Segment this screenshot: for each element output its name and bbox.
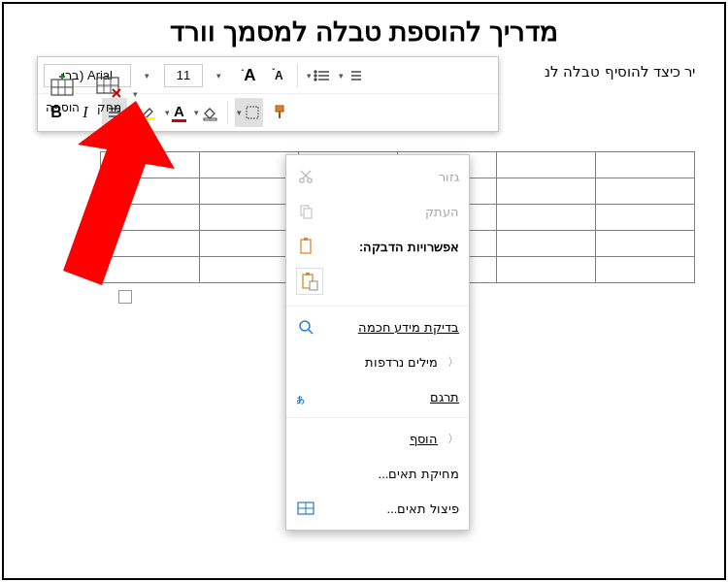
translate-icon: aあ: [296, 387, 315, 406]
delete-table-icon: [95, 74, 122, 99]
paste-option-1[interactable]: [296, 268, 323, 295]
menu-delete-cells[interactable]: מחיקת תאים...: [286, 456, 469, 491]
grow-font-button[interactable]: Aˆ: [236, 61, 261, 90]
svg-text:あ: あ: [297, 395, 305, 404]
menu-translate[interactable]: aあ תרגם: [286, 379, 469, 414]
svg-line-40: [309, 330, 313, 334]
svg-rect-19: [279, 112, 281, 118]
menu-split-cells[interactable]: פיצול תאים...: [286, 491, 469, 526]
svg-rect-17: [247, 107, 258, 118]
bullets-button[interactable]: ▾: [305, 61, 333, 90]
table-resize-handle[interactable]: [118, 290, 132, 304]
svg-rect-34: [301, 240, 311, 253]
svg-rect-38: [310, 281, 317, 290]
numbering-button[interactable]: 123 ▾: [337, 61, 365, 90]
blank-icon: [296, 429, 315, 448]
font-size-dropdown[interactable]: ▾: [207, 61, 232, 90]
svg-point-4: [314, 75, 316, 77]
insert-label: הוספה: [46, 101, 80, 114]
menu-insert[interactable]: הוסף 〈: [286, 421, 469, 456]
blank-icon: [296, 464, 315, 483]
document-title: מדריך להוספת טבלה למסמך וורד: [4, 16, 724, 48]
menu-paste-options-header: אפשרויות הדבקה:: [286, 229, 469, 264]
svg-point-5: [314, 79, 316, 81]
menu-smart-lookup[interactable]: בדיקת מידע חכמה: [286, 309, 469, 344]
svg-rect-18: [276, 106, 283, 112]
insert-table-icon: [50, 74, 77, 99]
svg-point-28: [300, 178, 304, 182]
chevron-left-icon: 〈: [447, 431, 459, 447]
svg-point-3: [314, 71, 316, 73]
delete-table-button[interactable]: מחק: [87, 61, 132, 127]
chevron-left-icon: 〈: [447, 354, 459, 371]
insert-table-button[interactable]: הוספה: [41, 61, 85, 127]
copy-icon: [296, 202, 315, 221]
svg-rect-15: [142, 117, 155, 120]
menu-synonyms[interactable]: מילים נרדפות 〈: [286, 344, 469, 379]
search-icon: [296, 317, 315, 337]
delete-label: מחק: [97, 101, 121, 114]
clipboard-icon: [296, 237, 315, 256]
font-color-button[interactable]: A ▾: [163, 98, 188, 127]
svg-point-29: [308, 178, 312, 182]
split-cells-icon: [296, 499, 315, 518]
context-menu: גזור העתק אפשרויות הדבקה: בדיקת מידע חכמ…: [285, 154, 470, 531]
font-size-input[interactable]: 11: [164, 64, 203, 87]
svg-rect-33: [304, 209, 312, 218]
svg-rect-16: [204, 118, 216, 120]
shrink-font-button[interactable]: Aˇ: [265, 61, 290, 90]
svg-rect-37: [306, 273, 310, 275]
shading-button[interactable]: ▾: [192, 98, 220, 127]
stack-dropdown[interactable]: ▾: [133, 89, 138, 99]
borders-button[interactable]: ▾: [235, 98, 263, 127]
svg-point-39: [300, 321, 310, 331]
scissors-icon: [296, 167, 315, 186]
menu-copy: העתק: [286, 194, 469, 229]
format-painter-button[interactable]: [267, 98, 292, 127]
svg-rect-35: [304, 238, 308, 241]
blank-icon: [296, 352, 315, 372]
menu-cut: גזור: [286, 159, 469, 194]
